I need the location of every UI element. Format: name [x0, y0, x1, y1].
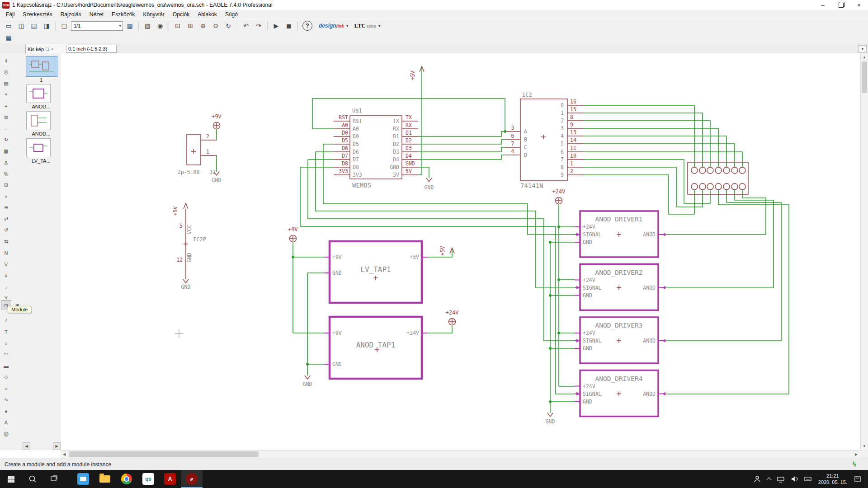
palette-tool[interactable]: ⊕ — [1, 202, 11, 213]
refdes[interactable]: IC2 — [522, 92, 532, 98]
palette-tool[interactable]: ● — [1, 406, 11, 416]
palette-tool[interactable]: ∿ — [1, 394, 11, 405]
menu-help[interactable]: Súgó — [221, 10, 242, 19]
component-wemos[interactable]: U$1 WEMOS RST A0 D0 D5 D6 D7 D8 3V3 TX R… — [334, 108, 418, 189]
palette-tool[interactable]: + — [1, 101, 11, 111]
run-script-button[interactable]: ▶ — [270, 20, 282, 32]
palette-tool[interactable]: ◇ — [1, 372, 11, 382]
pinned-chrome[interactable] — [116, 470, 137, 488]
tray-expand-button[interactable] — [764, 470, 774, 488]
refdes[interactable]: U$1 — [352, 108, 362, 114]
start-button[interactable] — [0, 470, 22, 488]
people-button[interactable] — [750, 470, 764, 488]
palette-tool[interactable]: @ — [1, 428, 11, 439]
palette-tool[interactable]: ▦ — [1, 146, 11, 156]
scroll-left-button[interactable]: ◀ — [61, 450, 68, 458]
palette-tool[interactable]: ℹ — [1, 56, 11, 66]
refdes[interactable]: J2 — [209, 169, 216, 175]
palette-tool[interactable]: V — [1, 259, 11, 269]
print-button[interactable]: ▤ — [28, 20, 40, 32]
scrollbar-thumb[interactable] — [69, 451, 259, 457]
palette-tool[interactable]: ≡ — [1, 383, 11, 394]
palette-tool[interactable]: A — [1, 417, 11, 427]
module-anod-driver2[interactable]: ANOD_DRIVER2 +24V SIGNAL GND ANOD — [575, 264, 665, 310]
palette-tool[interactable]: ↺ — [1, 225, 11, 235]
vertical-scrollbar[interactable]: ▲ ▼ — [860, 53, 868, 450]
module-thumbnail[interactable] — [26, 111, 51, 130]
net-wires[interactable] — [217, 66, 789, 413]
component-ic2[interactable]: IC2 74141N A B C D 3 6 7 4 0 1 2 3 4 5 6… — [505, 92, 584, 189]
value[interactable]: WEMOS — [352, 182, 371, 189]
palette-tool[interactable]: T — [1, 327, 11, 337]
menu-view[interactable]: Nézet — [85, 10, 108, 19]
palette-tool[interactable]: ⊞ — [1, 180, 11, 190]
taskbar-eagle-running[interactable]: e — [181, 470, 203, 488]
layer-settings-button[interactable]: ▧ — [142, 20, 153, 32]
sheet-thumbnail[interactable] — [26, 56, 57, 77]
clock[interactable]: 21:21 2020. 05. 15. — [815, 473, 851, 485]
palette-tool[interactable]: ⧉ — [1, 112, 11, 122]
designlink-button[interactable]: design link — [319, 23, 344, 29]
chevron-down-icon[interactable]: ▾ — [377, 23, 382, 28]
palette-tool[interactable]: ◎ — [1, 67, 11, 77]
palette-tool[interactable]: ⇆ — [1, 236, 11, 247]
network-button[interactable] — [774, 470, 788, 488]
palette-tool[interactable]: ⌖ — [1, 89, 11, 100]
module-anod-driver1[interactable]: ANOD_DRIVER1 +24V SIGNAL GND ANOD — [575, 211, 665, 257]
dock-icon[interactable]: ❏ — [46, 47, 49, 52]
undo-button[interactable]: ↶ — [240, 20, 252, 32]
save-button[interactable]: ◫ — [15, 20, 27, 32]
close-icon[interactable]: × — [51, 47, 53, 52]
module-thumbnail[interactable] — [26, 84, 51, 103]
palette-tool[interactable]: ○ — [1, 338, 11, 348]
pinned-media-app[interactable] — [72, 470, 94, 488]
palette-tool[interactable]: ↻ — [1, 135, 11, 145]
export-image-button[interactable]: ◨ — [41, 20, 52, 32]
menu-edit[interactable]: Szerkesztés — [19, 10, 56, 19]
palette-tool[interactable]: ◠ — [1, 349, 11, 360]
grid-button[interactable]: ▦ — [124, 20, 136, 32]
palette-tool[interactable]: ⇄ — [1, 214, 11, 224]
stop-button[interactable]: ◼ — [283, 20, 295, 32]
search-button[interactable] — [22, 470, 43, 488]
close-button[interactable]: × — [850, 0, 868, 10]
pinned-qb-app[interactable]: qb — [137, 470, 159, 488]
panel-scroll-left[interactable]: ◀ — [23, 442, 30, 450]
palette-tool[interactable]: % — [1, 169, 11, 179]
zoom-out-button[interactable]: ⊖ — [210, 20, 222, 32]
schematic[interactable]: U$1 WEMOS RST A0 D0 D5 D6 D7 D8 3V3 TX R… — [61, 53, 860, 450]
value[interactable]: 74141N — [520, 182, 543, 189]
panel-scroll-right[interactable]: ▶ — [53, 442, 61, 450]
component-j2[interactable]: 2 1 2p-5.08 J2 — [178, 133, 217, 175]
refdes[interactable]: IC2P — [193, 236, 206, 243]
menu-draw[interactable]: Rajzolás — [57, 10, 85, 19]
redo-button[interactable]: ↷ — [253, 20, 264, 32]
module-anod-tap1[interactable]: ANOD_TAP1 +9V GND +24V — [324, 317, 427, 379]
scroll-down-button[interactable]: ▼ — [861, 442, 868, 450]
horizontal-scrollbar[interactable]: ◀ ▶ — [61, 450, 860, 458]
palette-tool[interactable]: × — [1, 191, 11, 202]
palette-tool[interactable]: N — [1, 248, 11, 258]
display-button[interactable]: ◉ — [154, 20, 166, 32]
volume-button[interactable] — [788, 470, 801, 488]
input-indicator-button[interactable] — [801, 470, 815, 488]
scroll-up-button[interactable]: ▲ — [861, 53, 868, 61]
zoom-select-button[interactable]: ⊞ — [184, 20, 196, 32]
schematic-canvas[interactable]: U$1 WEMOS RST A0 D0 D5 D6 D7 D8 3V3 TX R… — [61, 53, 860, 450]
help-button[interactable]: ? — [302, 21, 312, 31]
restore-button[interactable] — [832, 0, 850, 10]
module-lv-tap1[interactable]: LV_TAP1 +9V GND +5V — [324, 241, 427, 303]
value[interactable]: 2p-5.08 — [178, 169, 200, 175]
pinned-acrobat[interactable]: A — [159, 470, 181, 488]
menu-file[interactable]: Fájl — [2, 10, 19, 19]
palette-tool[interactable]: ⇔ — [1, 123, 11, 134]
show-desktop-button[interactable] — [865, 470, 868, 488]
pinned-file-explorer[interactable] — [94, 470, 116, 488]
component-tube-socket[interactable] — [688, 162, 748, 194]
chevron-down-icon[interactable]: ▾ — [859, 45, 867, 53]
palette-tool[interactable]: / — [1, 315, 11, 326]
power-symbols[interactable]: +9V GND +5V GND +9V +5V +24V GND +24V GN… — [212, 66, 565, 425]
zoom-in-button[interactable]: ⊕ — [197, 20, 209, 32]
action-center-button[interactable] — [851, 470, 865, 488]
module-anod-driver3[interactable]: ANOD_DRIVER3 +24V SIGNAL GND ANOD — [575, 317, 665, 363]
